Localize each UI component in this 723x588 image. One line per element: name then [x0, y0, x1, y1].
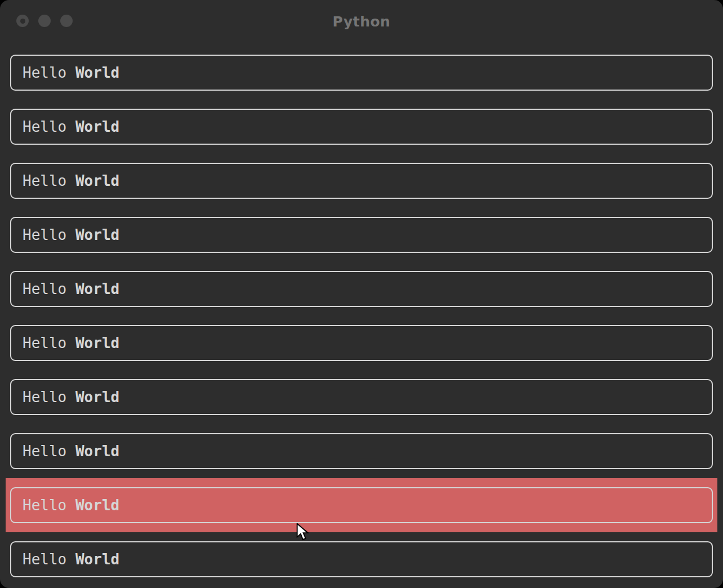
label-hello: Hello: [23, 335, 66, 351]
app-window: Python Hello World Hello World Hello Wor…: [0, 0, 723, 588]
hello-world-row-9[interactable]: Hello World: [6, 478, 717, 532]
hello-world-row-2[interactable]: Hello World: [6, 100, 717, 154]
hello-world-row-6[interactable]: Hello World: [6, 316, 717, 370]
hello-world-box: Hello World: [10, 541, 713, 577]
label-hello: Hello: [23, 389, 66, 406]
label-world: World: [75, 172, 119, 189]
label-space: [66, 389, 75, 406]
hello-world-row-8[interactable]: Hello World: [6, 424, 717, 478]
label-world: World: [75, 497, 119, 514]
hello-world-row-10[interactable]: Hello World: [6, 532, 717, 586]
label-hello: Hello: [23, 64, 66, 81]
hello-world-box: Hello World: [10, 217, 713, 253]
hello-world-box: Hello World: [10, 271, 713, 307]
label-hello: Hello: [23, 497, 66, 514]
row-list: Hello World Hello World Hello World Hell…: [0, 46, 723, 586]
label-hello: Hello: [23, 551, 66, 568]
label-space: [66, 443, 75, 460]
hello-world-box: Hello World: [10, 109, 713, 145]
label-space: [66, 497, 75, 514]
label-world: World: [75, 280, 119, 297]
hello-world-box: Hello World: [10, 433, 713, 469]
label-world: World: [75, 443, 119, 460]
hello-world-row-7[interactable]: Hello World: [6, 370, 717, 424]
hello-world-box: Hello World: [10, 163, 713, 199]
hello-world-row-1[interactable]: Hello World: [6, 46, 717, 100]
label-space: [66, 226, 75, 243]
hello-world-box: Hello World: [10, 325, 713, 361]
label-hello: Hello: [23, 172, 66, 189]
hello-world-row-3[interactable]: Hello World: [6, 154, 717, 208]
label-space: [66, 172, 75, 189]
hello-world-box: Hello World: [10, 379, 713, 415]
hello-world-row-4[interactable]: Hello World: [6, 208, 717, 262]
label-world: World: [75, 551, 119, 568]
hello-world-box: Hello World: [10, 55, 713, 91]
label-world: World: [75, 118, 119, 135]
label-world: World: [75, 64, 119, 81]
label-world: World: [75, 226, 119, 243]
label-hello: Hello: [23, 280, 66, 297]
label-world: World: [75, 335, 119, 351]
window-title: Python: [0, 14, 723, 30]
label-hello: Hello: [23, 226, 66, 243]
title-bar: Python: [0, 0, 723, 46]
label-space: [66, 551, 75, 568]
label-space: [66, 280, 75, 297]
hello-world-row-5[interactable]: Hello World: [6, 262, 717, 316]
hello-world-box: Hello World: [10, 487, 713, 523]
label-space: [66, 64, 75, 81]
label-hello: Hello: [23, 443, 66, 460]
label-space: [66, 335, 75, 351]
label-hello: Hello: [23, 118, 66, 135]
label-world: World: [75, 389, 119, 406]
label-space: [66, 118, 75, 135]
